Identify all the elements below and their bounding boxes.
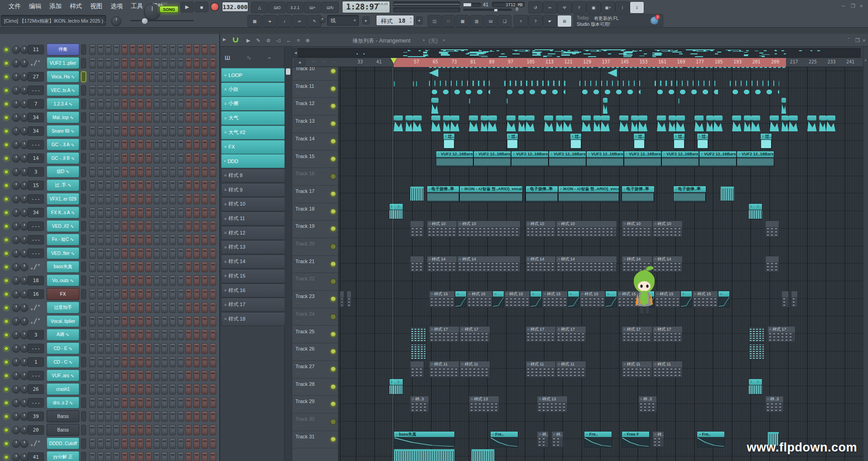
channel-selector[interactable] — [81, 275, 86, 286]
record-button[interactable] — [210, 2, 219, 11]
menu-file[interactable]: 文件 — [5, 2, 25, 10]
step-cell[interactable] — [185, 411, 192, 422]
step-cell[interactable] — [161, 275, 168, 286]
channel-pan-knob[interactable] — [12, 209, 20, 216]
clip-pattern[interactable]: ≡样式 11 — [429, 361, 459, 378]
link-cable-icon[interactable] — [31, 318, 40, 324]
clip-kick[interactable]: ⊦ — [676, 115, 685, 132]
clip-pattern[interactable]: ≡样式 11 — [526, 361, 556, 378]
channel-target-number[interactable]: --- — [28, 221, 44, 231]
step-cell[interactable] — [169, 235, 176, 245]
step-cell[interactable] — [130, 248, 136, 259]
channel-activity-led[interactable] — [4, 61, 9, 66]
step-cell[interactable] — [178, 398, 184, 408]
step-cell[interactable] — [185, 153, 192, 163]
step-cell[interactable] — [113, 411, 120, 422]
clip-kick[interactable]: ⊦ — [431, 98, 439, 115]
step-cell[interactable] — [89, 330, 96, 340]
step-cell[interactable] — [178, 384, 184, 394]
step-cell[interactable] — [161, 289, 168, 299]
clip-kick[interactable]: ⊦ — [744, 115, 751, 132]
step-cell[interactable] — [178, 99, 184, 109]
channel-volume-knob[interactable] — [20, 209, 28, 216]
pattern-item[interactable]: ≡样式 11 — [221, 211, 287, 226]
step-cell[interactable] — [154, 343, 160, 354]
channel-button[interactable]: VFX1..er 029 — [47, 193, 79, 205]
clip-pattern[interactable]: ≡样..3 — [410, 396, 429, 413]
channel-target-number[interactable]: 1 — [28, 357, 44, 367]
pattern-item[interactable]: ≡LOOP — [221, 68, 287, 82]
channel-target-number[interactable]: --- — [28, 235, 44, 245]
clip-kick[interactable]: ⊦ — [582, 115, 591, 132]
step-cell[interactable] — [178, 44, 184, 55]
track-options-dots[interactable]: ··· — [296, 423, 302, 428]
cut-tool-icon[interactable]: ✂ — [543, 1, 557, 14]
step-cell[interactable] — [105, 153, 111, 163]
link-cable-icon[interactable] — [31, 60, 40, 66]
clip-auto[interactable]: ⌁Fre.. — [697, 431, 725, 448]
channel-activity-led[interactable] — [4, 387, 9, 392]
step-cell[interactable] — [97, 72, 104, 82]
channel-volume-knob[interactable] — [20, 86, 28, 94]
channel-activity-led[interactable] — [4, 156, 9, 161]
step-cell[interactable] — [210, 221, 216, 231]
channel-target-number[interactable]: 11 — [28, 45, 44, 54]
track-mute-led[interactable] — [330, 261, 336, 267]
step-cell[interactable] — [210, 112, 216, 123]
browser-window-icon[interactable]: ∞ — [292, 15, 307, 27]
clip-pattern[interactable]: ≡样..3 — [638, 396, 657, 413]
channel-volume-knob[interactable] — [20, 46, 28, 53]
step-cell[interactable] — [154, 357, 160, 367]
step-cell[interactable] — [210, 194, 216, 204]
channel-selector[interactable] — [81, 330, 86, 340]
clip-trans[interactable]: ⊦过.. — [673, 133, 685, 150]
step-cell[interactable] — [137, 180, 144, 191]
step-cell[interactable] — [202, 289, 208, 299]
step-cell[interactable] — [89, 370, 96, 381]
playlist-track-header[interactable]: Track 19··· — [292, 220, 338, 238]
step-cell[interactable] — [89, 398, 96, 408]
step-cell[interactable] — [89, 167, 96, 177]
main-volume-knob[interactable] — [144, 4, 160, 20]
link-cable-icon[interactable] — [31, 305, 40, 310]
playlist-track-header[interactable]: Track 20··· — [292, 238, 338, 256]
clip-pattern[interactable]: ≡样式 17 — [767, 326, 796, 343]
channel-selector[interactable] — [81, 411, 86, 422]
clip-audio[interactable]: ⊦VUF2 12..16Bars — [699, 151, 737, 168]
step-cell[interactable] — [130, 425, 136, 435]
step-cell[interactable] — [113, 357, 120, 367]
step-cell[interactable] — [113, 275, 120, 286]
step-cell[interactable] — [89, 112, 96, 123]
step-cell[interactable] — [145, 221, 152, 231]
clip-pattern[interactable]: ≡样式 10 — [427, 221, 457, 237]
track-mute-led[interactable] — [330, 173, 336, 179]
step-cell[interactable] — [210, 370, 216, 381]
playlist-track-header[interactable]: Track 15··· — [292, 150, 338, 168]
step-cell[interactable] — [178, 139, 184, 150]
picker-tab-automation[interactable]: ⌁ — [268, 54, 271, 61]
clip-pattern[interactable]: ≡样式 10 — [526, 221, 556, 237]
plugin-power-icon[interactable]: ⚡ — [514, 15, 528, 27]
channel-selector[interactable] — [81, 139, 86, 150]
pattern-item[interactable]: ≡样式 16 — [221, 283, 287, 298]
step-cell[interactable] — [97, 99, 104, 109]
step-cell[interactable] — [185, 438, 192, 449]
clip-dotted[interactable] — [410, 256, 424, 273]
step-cell[interactable] — [113, 262, 120, 272]
channel-selector[interactable] — [81, 44, 86, 55]
clip-kick[interactable]: ⊦ — [413, 115, 422, 132]
channel-target-number[interactable]: 27 — [28, 72, 44, 82]
track-options-dots[interactable]: ··· — [296, 353, 302, 358]
track-options-dots[interactable]: ··· — [296, 318, 302, 323]
step-cell[interactable] — [105, 411, 111, 422]
step-cell[interactable] — [169, 275, 176, 286]
track-mute-led[interactable] — [330, 401, 336, 407]
step-cell[interactable] — [161, 262, 168, 272]
step-cell[interactable] — [210, 343, 216, 354]
step-cell[interactable] — [202, 316, 208, 327]
step-cell[interactable] — [145, 153, 152, 163]
step-cell[interactable] — [154, 153, 160, 163]
step-cell[interactable] — [169, 72, 176, 82]
step-cell[interactable] — [113, 370, 120, 381]
channel-button[interactable]: FX K..s A ∿ — [47, 206, 79, 218]
